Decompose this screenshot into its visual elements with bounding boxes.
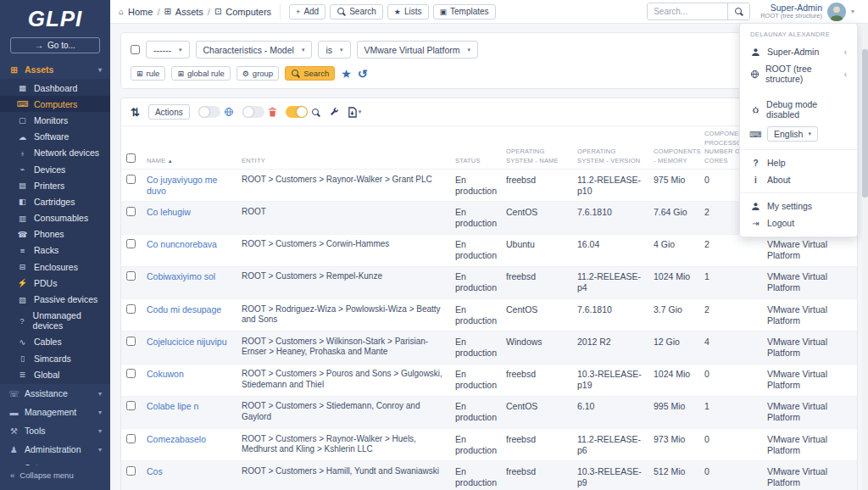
actions-button[interactable]: Actions xyxy=(148,104,190,120)
computers-icon: ⌨ xyxy=(17,99,28,109)
sidebar-section-setup[interactable]: ⚙Setup▾ xyxy=(0,459,110,465)
row-checkbox[interactable] xyxy=(126,434,136,443)
row-selector-dropdown[interactable]: ------▾ xyxy=(146,41,190,58)
sidebar-section-assets[interactable]: ⊞ Assets ▾ xyxy=(0,60,110,79)
col-header-os-name[interactable]: Operating system - Name xyxy=(501,126,572,170)
add-button[interactable]: +Add xyxy=(289,4,326,19)
row-checkbox[interactable] xyxy=(126,369,136,378)
global-search-input[interactable] xyxy=(648,3,727,19)
row-checkbox[interactable] xyxy=(126,239,136,248)
sidebar-item-dashboard[interactable]: ▦Dashboard xyxy=(0,80,110,96)
sidebar-item-cartridges[interactable]: ◧Cartridges xyxy=(0,193,110,209)
global-rule-icon: ⊞ xyxy=(177,70,184,78)
sidebar-item-network-devices[interactable]: ♁Network devices xyxy=(0,145,110,161)
sidebar-item-monitors[interactable]: ▢Monitors xyxy=(0,112,110,128)
goto-button[interactable]: → Go to... xyxy=(10,37,100,53)
operator-dropdown[interactable]: is▾ xyxy=(318,41,350,58)
simcard-icon: ▯ xyxy=(17,354,28,363)
breadcrumb-computers[interactable]: Computers xyxy=(225,7,271,17)
row-checkbox[interactable] xyxy=(126,466,136,476)
col-header-name[interactable]: Name ▲ xyxy=(142,126,236,170)
row-checkbox[interactable] xyxy=(126,304,136,314)
computer-link[interactable]: Cos xyxy=(147,466,163,476)
lists-button[interactable]: ★Lists xyxy=(387,4,429,19)
chevron-down-icon: ▾ xyxy=(359,109,362,115)
wrench-icon[interactable] xyxy=(329,107,339,117)
global-search-submit[interactable] xyxy=(727,3,749,19)
computer-link[interactable]: Colabe lipe n xyxy=(147,401,198,411)
export-icon[interactable]: ▾ xyxy=(348,107,362,118)
dashboard-icon: ▦ xyxy=(17,83,28,92)
criteria-checkbox[interactable] xyxy=(131,45,140,54)
col-header-memory[interactable]: Components - Memory xyxy=(648,126,699,170)
computer-link[interactable]: Co nuncnorebava xyxy=(147,239,217,249)
sidebar-item-devices[interactable]: ⌁Devices xyxy=(0,161,110,177)
field-dropdown[interactable]: Characteristics - Model▾ xyxy=(196,41,313,58)
menu-item-profile[interactable]: Super-Admin ‹ xyxy=(740,43,857,60)
sidebar-item-consumables[interactable]: ▥Consumables xyxy=(0,210,110,226)
run-search-button[interactable]: Search xyxy=(285,66,335,81)
menu-item-debug[interactable]: Debug mode disabled xyxy=(740,96,857,123)
scrollbar-thumb[interactable] xyxy=(862,49,868,198)
sidebar-item-unmanaged-devices[interactable]: ?Unmanaged devices xyxy=(0,308,110,334)
row-height-icon[interactable]: ⇅ xyxy=(131,107,140,118)
collapse-menu-button[interactable]: « Collapse menu xyxy=(0,465,110,490)
menu-item-my-settings[interactable]: My settings xyxy=(740,198,857,214)
sidebar-item-phones[interactable]: ☎Phones xyxy=(0,226,110,242)
sidebar-item-enclosures[interactable]: ⊟Enclosures xyxy=(0,259,110,275)
table-row: Co nuncnorebavaROOT > Customers > Corwin… xyxy=(121,234,857,266)
add-group-button[interactable]: ⚙group xyxy=(236,66,279,81)
computer-link[interactable]: Co juyaviyugo me duvo xyxy=(147,175,217,196)
row-checkbox[interactable] xyxy=(126,271,136,281)
templates-button[interactable]: ▣Templates xyxy=(433,4,496,19)
row-checkbox[interactable] xyxy=(126,401,136,410)
sidebar-item-cables[interactable]: ∿Cables xyxy=(0,334,110,350)
sidebar-section-administration[interactable]: ♟Administration▾ xyxy=(0,440,110,459)
sidebar-item-racks[interactable]: ≡Racks xyxy=(0,242,110,259)
sidebar-section-tools[interactable]: ⚒Tools▾ xyxy=(0,421,110,440)
col-header-os-version[interactable]: Operating system - Version xyxy=(572,126,648,170)
sidebar-item-software[interactable]: ☁Software xyxy=(0,129,110,145)
star-icon: ★ xyxy=(394,8,401,16)
sidebar-section-management[interactable]: ▬Management▾ xyxy=(0,403,110,421)
value-dropdown[interactable]: VMware Virtual Platform▾ xyxy=(357,41,479,58)
menu-item-about[interactable]: i About xyxy=(740,171,857,188)
row-checkbox[interactable] xyxy=(126,175,136,184)
chevron-down-icon: ▾ xyxy=(98,409,102,416)
col-header-status[interactable]: Status xyxy=(450,126,501,170)
sidebar-section-assistance[interactable]: ☏Assistance▾ xyxy=(0,384,110,403)
passive-device-icon: ▧ xyxy=(17,295,28,304)
add-rule-button[interactable]: ⊞rule xyxy=(131,66,165,81)
user-full-name: DELAUNAY ALEXANDRE xyxy=(740,30,857,43)
reset-search-icon[interactable]: ↺ xyxy=(358,68,368,80)
menu-item-help[interactable]: ? Help xyxy=(740,154,857,171)
sidebar-item-printers[interactable]: ▤Printers xyxy=(0,177,110,193)
computer-link[interactable]: Co lehugiw xyxy=(147,207,191,217)
bookmark-star-icon[interactable]: ★ xyxy=(341,68,352,80)
computer-link[interactable]: Codu mi desupage xyxy=(147,304,221,315)
language-select[interactable]: English▾ xyxy=(767,126,818,142)
menu-item-entity[interactable]: ROOT (tree structure) ‹ xyxy=(740,60,857,87)
deleted-toggle[interactable] xyxy=(242,106,264,118)
row-checkbox[interactable] xyxy=(126,207,136,216)
menu-item-logout[interactable]: ⇥ Logout xyxy=(740,214,857,231)
breadcrumb-assets[interactable]: Assets xyxy=(175,7,203,17)
computer-link[interactable]: Cojelucicice nijuvipu xyxy=(147,337,227,347)
computer-link[interactable]: Cobiwaxiyimo sol xyxy=(147,271,215,281)
map-toggle[interactable] xyxy=(198,106,220,118)
select-all-checkbox[interactable] xyxy=(126,153,136,163)
search-filter-toggle[interactable] xyxy=(286,106,308,118)
sidebar-item-simcards[interactable]: ▯Simcards xyxy=(0,350,110,366)
user-menu-trigger[interactable]: Super-Admin ROOT (tree structure) ▾ xyxy=(760,3,854,21)
search-button[interactable]: Search xyxy=(330,4,383,19)
col-header-entity[interactable]: Entity xyxy=(236,126,450,170)
computer-link[interactable]: Cokuwon xyxy=(147,369,184,379)
sidebar-item-pdus[interactable]: ⚡PDUs xyxy=(0,275,110,291)
breadcrumb-home[interactable]: Home xyxy=(128,7,153,17)
add-global-rule-button[interactable]: ⊞global rule xyxy=(171,66,230,81)
sidebar-item-computers[interactable]: ⌨Computers xyxy=(0,96,110,112)
sidebar-item-passive-devices[interactable]: ▧Passive devices xyxy=(0,291,110,307)
computer-link[interactable]: Comezabaselo xyxy=(147,434,206,444)
sidebar-item-global[interactable]: ≣Global xyxy=(0,366,110,382)
row-checkbox[interactable] xyxy=(126,337,136,346)
